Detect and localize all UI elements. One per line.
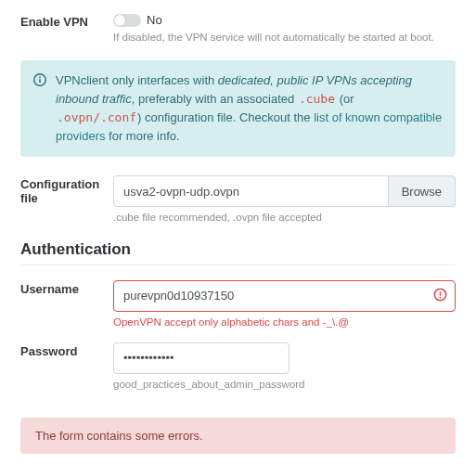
info-text-4: ) configuration file. Checkout the	[137, 110, 314, 124]
vpn-info-alert: VPNclient only interfaces with dedicated…	[20, 60, 456, 158]
form-error-alert: The form contains some errors.	[20, 418, 456, 454]
enable-vpn-value: No	[147, 13, 162, 27]
password-input[interactable]	[113, 342, 289, 374]
svg-rect-1	[39, 78, 41, 82]
config-file-help: .cube file recommended, .ovpn file accep…	[113, 211, 456, 226]
info-text-2: , preferably with an associated	[132, 92, 298, 106]
enable-vpn-help: If disabled, the VPN service will not au…	[113, 31, 456, 45]
svg-point-2	[39, 76, 41, 78]
info-code-cube: .cube	[298, 92, 336, 106]
username-input[interactable]	[113, 280, 456, 312]
username-label: Username	[20, 280, 113, 296]
authentication-heading: Authentication	[20, 240, 456, 265]
enable-vpn-toggle[interactable]	[113, 14, 141, 27]
error-icon	[433, 288, 447, 304]
password-label: Password	[20, 342, 113, 358]
info-text-1: VPNclient only interfaces with	[56, 73, 218, 87]
info-code-ovpn: .ovpn/.conf	[56, 110, 137, 124]
info-text-3: (or	[336, 92, 354, 106]
info-text-5: for more info.	[105, 129, 179, 143]
info-icon	[33, 73, 46, 92]
username-error: OpenVPN accept only alphabetic chars and…	[113, 316, 456, 328]
svg-point-5	[440, 296, 442, 298]
password-help: good_practices_about_admin_password	[113, 378, 456, 393]
browse-button[interactable]: Browse	[389, 175, 456, 207]
config-file-input[interactable]	[113, 175, 389, 207]
enable-vpn-label: Enable VPN	[20, 13, 113, 29]
config-file-label: Configuration file	[20, 175, 113, 205]
